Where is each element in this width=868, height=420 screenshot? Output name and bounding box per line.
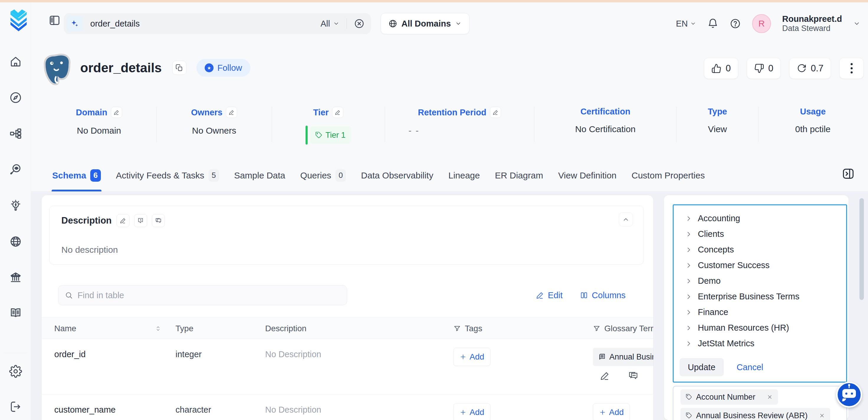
meta-tier: Tier Tier 1 bbox=[272, 107, 385, 142]
glossary-node-enterprise-business-terms[interactable]: Enterprise Business Terms bbox=[674, 289, 846, 304]
update-button[interactable]: Update bbox=[680, 358, 724, 376]
score-button[interactable]: 0.7 bbox=[789, 58, 831, 79]
table-row[interactable]: customer_name character varying(100) No … bbox=[41, 394, 653, 420]
glossary-node-concepts[interactable]: Concepts bbox=[674, 242, 846, 258]
meta-certification-label: Certification bbox=[581, 107, 630, 117]
help-button[interactable] bbox=[730, 18, 741, 29]
sidebar-item-observability[interactable] bbox=[9, 163, 23, 176]
glossary-node-jetstat-metrics[interactable]: JetStat Metrics bbox=[674, 336, 846, 351]
columns-button[interactable]: Columns bbox=[580, 291, 626, 300]
tag-icon bbox=[686, 412, 692, 419]
sidebar-item-governance[interactable] bbox=[9, 271, 23, 284]
sidebar-item-web[interactable] bbox=[9, 235, 23, 248]
tab-sample-data[interactable]: Sample Data bbox=[234, 159, 286, 191]
add-tag-button[interactable]: Add bbox=[453, 403, 491, 420]
tier-badge[interactable]: Tier 1 bbox=[306, 126, 351, 145]
glossary-node-label: Demo bbox=[698, 276, 720, 286]
edit-table-button[interactable]: Edit bbox=[536, 291, 563, 300]
scrollbar-thumb[interactable] bbox=[860, 198, 864, 300]
tag-icon bbox=[315, 131, 322, 139]
chevron-down-icon[interactable] bbox=[853, 20, 860, 27]
copy-name-button[interactable] bbox=[172, 61, 186, 75]
global-search-bar[interactable]: order_details All bbox=[64, 13, 371, 34]
collapse-description-button[interactable] bbox=[619, 212, 633, 227]
chevron-down-icon bbox=[690, 21, 696, 27]
user-menu[interactable]: Rounakpreet.d Data Steward bbox=[782, 14, 842, 33]
sidebar bbox=[0, 2, 31, 420]
home-icon bbox=[9, 55, 22, 68]
column-header-description[interactable]: Description bbox=[265, 318, 306, 339]
tab-lineage[interactable]: Lineage bbox=[448, 159, 480, 191]
follow-button[interactable]: ★ Follow bbox=[196, 59, 250, 77]
column-header-name[interactable]: Name bbox=[54, 318, 76, 339]
suggest-description-button[interactable] bbox=[134, 214, 147, 227]
edit-retention-button[interactable] bbox=[490, 107, 501, 118]
open-right-panel-button[interactable] bbox=[840, 165, 857, 182]
notifications-button[interactable] bbox=[707, 18, 718, 29]
clear-search-icon[interactable] bbox=[354, 18, 365, 29]
edit-domain-button[interactable] bbox=[111, 107, 122, 118]
tab-data-observability[interactable]: Data Observability bbox=[361, 159, 434, 191]
glossary-node-label: Customer Success bbox=[698, 261, 770, 270]
collapse-sidebar-button[interactable] bbox=[47, 13, 62, 28]
glossary-term-chip[interactable]: Annual Business Review (ABR) bbox=[593, 348, 653, 366]
sort-name-control[interactable] bbox=[154, 318, 162, 339]
search-scope-dropdown[interactable]: All bbox=[320, 19, 339, 29]
chevron-up-icon bbox=[622, 216, 629, 223]
update-label: Update bbox=[688, 362, 715, 372]
glossary-node-human-resources[interactable]: Human Resources (HR) bbox=[674, 320, 846, 336]
glossary-node-demo[interactable]: Demo bbox=[674, 273, 846, 289]
edit-tier-button[interactable] bbox=[332, 107, 343, 118]
glossary-node-finance[interactable]: Finance bbox=[674, 304, 846, 320]
more-actions-button[interactable] bbox=[839, 58, 864, 79]
language-dropdown[interactable]: EN bbox=[676, 19, 696, 29]
column-header-glossary[interactable]: Glossary Terms bbox=[593, 318, 653, 339]
tab-queries-badge: 0 bbox=[335, 169, 346, 182]
column-header-tags[interactable]: Tags bbox=[453, 318, 482, 339]
search-input-value[interactable]: order_details bbox=[90, 19, 320, 29]
tab-schema[interactable]: Schema 6 bbox=[52, 159, 101, 191]
all-domains-dropdown[interactable]: All Domains bbox=[380, 13, 469, 34]
find-in-table-field[interactable] bbox=[58, 285, 347, 305]
meta-certification: Certification No Certification bbox=[534, 107, 677, 142]
sidebar-item-products[interactable] bbox=[9, 127, 23, 140]
remove-term-button[interactable] bbox=[819, 413, 825, 419]
atlan-logo[interactable] bbox=[9, 9, 28, 31]
sidebar-item-home[interactable] bbox=[9, 55, 23, 68]
downvote-button[interactable]: 0 bbox=[747, 58, 781, 79]
glossary-node-clients[interactable]: Clients bbox=[674, 226, 846, 242]
cancel-button[interactable]: Cancel bbox=[737, 362, 763, 372]
table-row[interactable]: order_id integer No Description Add Annu… bbox=[41, 339, 653, 394]
tab-er-diagram[interactable]: ER Diagram bbox=[494, 159, 544, 191]
sidebar-item-discover[interactable] bbox=[9, 91, 23, 104]
tab-activity-feeds[interactable]: Activity Feeds & Tasks 5 bbox=[115, 159, 220, 191]
add-tag-button[interactable]: Add bbox=[453, 348, 491, 366]
remove-term-button[interactable] bbox=[767, 394, 773, 400]
upvote-button[interactable]: 0 bbox=[704, 58, 738, 79]
edit-glossary-button[interactable] bbox=[600, 371, 610, 381]
glossary-node-customer-success[interactable]: Customer Success bbox=[674, 258, 846, 273]
tab-custom-properties[interactable]: Custom Properties bbox=[631, 159, 705, 191]
sidebar-item-glossary[interactable] bbox=[9, 306, 23, 320]
edit-description-button[interactable] bbox=[117, 214, 129, 227]
column-header-type[interactable]: Type bbox=[176, 318, 193, 339]
chat-assistant-button[interactable] bbox=[836, 382, 862, 408]
tab-view-definition-label: View Definition bbox=[558, 171, 616, 181]
tab-queries[interactable]: Queries 0 bbox=[300, 159, 346, 191]
tab-view-definition[interactable]: View Definition bbox=[557, 159, 617, 191]
columns-label: Columns bbox=[592, 291, 626, 300]
glossary-node-accounting[interactable]: Accounting bbox=[674, 211, 846, 226]
edit-owners-button[interactable] bbox=[226, 107, 237, 118]
find-in-table-input[interactable] bbox=[78, 291, 340, 300]
chevron-right-icon bbox=[685, 231, 692, 237]
description-comments-button[interactable] bbox=[152, 214, 165, 227]
avatar[interactable]: R bbox=[752, 14, 771, 33]
sidebar-item-settings[interactable] bbox=[9, 365, 23, 378]
sidebar-item-insights[interactable] bbox=[9, 199, 23, 212]
glossary-comments-button[interactable] bbox=[628, 371, 638, 381]
add-glossary-term-button[interactable]: Add bbox=[593, 403, 630, 420]
chevron-right-icon bbox=[685, 247, 692, 253]
column-type-value: integer bbox=[176, 350, 202, 359]
lightbulb-bolt-icon bbox=[9, 199, 22, 212]
sidebar-item-logout[interactable] bbox=[9, 400, 23, 414]
